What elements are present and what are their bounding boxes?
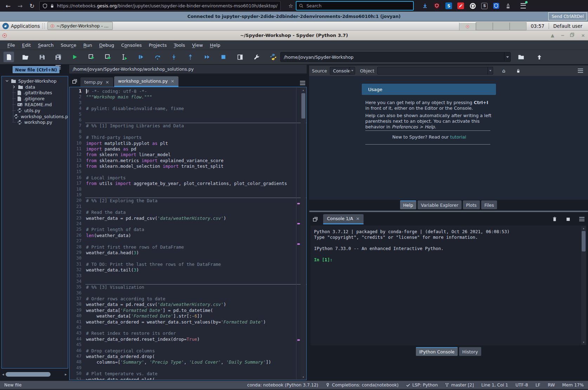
warning-flag[interactable] bbox=[297, 223, 300, 224]
tab-help[interactable]: Help bbox=[400, 200, 417, 209]
workspace-pager[interactable] bbox=[459, 22, 527, 30]
ublock-icon[interactable] bbox=[433, 2, 440, 9]
download-icon[interactable] bbox=[422, 2, 428, 9]
warning-flag[interactable] bbox=[297, 203, 300, 204]
user-menu[interactable]: Default user bbox=[553, 23, 582, 29]
reload-icon[interactable]: ↻ bbox=[27, 2, 37, 9]
scroll-left-icon[interactable]: ◂ bbox=[2, 372, 4, 377]
save-button[interactable] bbox=[37, 52, 47, 62]
tab-plots[interactable]: Plots bbox=[463, 200, 480, 209]
browse-tabs-icon[interactable] bbox=[72, 79, 77, 84]
tree-item-workshop-py[interactable]: workshop.py bbox=[2, 120, 68, 126]
applications-menu[interactable]: Applications bbox=[11, 23, 40, 29]
explorer-horizontal-scrollbar[interactable]: ◂ ▸ bbox=[2, 371, 67, 378]
send-ctrl-alt-del-button[interactable]: Send CtrlAltDel bbox=[548, 12, 587, 20]
sharepoint-icon[interactable]: S bbox=[445, 2, 452, 9]
pane-splitter[interactable] bbox=[309, 211, 588, 212]
run-button[interactable] bbox=[70, 52, 80, 62]
step-return-button[interactable] bbox=[185, 52, 196, 62]
working-directory-combo[interactable]: /home/jovyan/Spyder-Workshop bbox=[280, 52, 511, 62]
chevron-down-icon[interactable] bbox=[5, 79, 9, 83]
scroll-up-icon[interactable]: ▴ bbox=[301, 88, 306, 92]
window-close-icon[interactable]: × bbox=[580, 33, 586, 38]
lock-icon[interactable] bbox=[50, 4, 54, 8]
console-options-icon[interactable] bbox=[579, 219, 584, 219]
menu-debug[interactable]: Debug bbox=[96, 41, 117, 49]
url-bar[interactable]: https://notebooks.gesis.org/binder/jupyt… bbox=[39, 1, 281, 11]
tab-variable-explorer[interactable]: Variable Explorer bbox=[418, 200, 462, 209]
window-maximize-icon[interactable] bbox=[570, 33, 576, 38]
warning-flag[interactable] bbox=[297, 339, 300, 341]
menu-view[interactable]: View bbox=[189, 41, 206, 49]
continue-button[interactable] bbox=[202, 52, 212, 62]
browse-tabs-icon[interactable] bbox=[313, 217, 318, 222]
menu-consoles[interactable]: Consoles bbox=[118, 41, 145, 49]
editor-scrollbar[interactable]: ▴ ▾ bbox=[301, 88, 306, 379]
workspace-cell[interactable] bbox=[510, 22, 527, 30]
menu-search[interactable]: Search bbox=[35, 41, 57, 49]
maximize-pane-button[interactable] bbox=[235, 52, 245, 62]
search-box[interactable] bbox=[296, 1, 414, 11]
menu-source[interactable]: Source bbox=[58, 41, 80, 49]
tutorial-link[interactable]: tutorial bbox=[450, 134, 466, 140]
tree-item-readme-md[interactable]: README.md bbox=[2, 102, 68, 108]
tree-item-workshop-solutions-p[interactable]: workshop_solutions.p bbox=[2, 114, 68, 120]
run-cell-button[interactable] bbox=[86, 52, 97, 62]
preferences-button[interactable] bbox=[251, 52, 262, 62]
scroll-down-icon[interactable]: ▾ bbox=[581, 340, 586, 345]
parent-directory-button[interactable] bbox=[534, 52, 544, 62]
close-icon[interactable]: × bbox=[105, 79, 109, 85]
tree-item--gitattributes[interactable]: .gitattributes bbox=[2, 90, 68, 96]
close-icon[interactable]: × bbox=[171, 78, 175, 84]
scrollbar-thumb[interactable] bbox=[6, 372, 51, 377]
editor-tab-workshop_solutions.py[interactable]: workshop_solutions.py× bbox=[114, 76, 178, 87]
search-input[interactable] bbox=[306, 3, 411, 9]
scrollbar-thumb[interactable] bbox=[301, 93, 305, 119]
window-shade-icon[interactable]: ▲ bbox=[550, 33, 555, 38]
help-options-icon[interactable] bbox=[578, 70, 583, 71]
tracking-shield-icon[interactable] bbox=[43, 4, 47, 8]
editor-options-icon[interactable] bbox=[300, 83, 305, 83]
help-object-combo[interactable] bbox=[377, 67, 493, 75]
stop-button[interactable] bbox=[218, 52, 229, 62]
tree-item-data[interactable]: data bbox=[2, 84, 68, 90]
console-tab[interactable]: Console 1/A× bbox=[323, 214, 364, 224]
step-over-button[interactable] bbox=[152, 52, 163, 62]
tab-history[interactable]: History bbox=[459, 347, 481, 356]
window-minimize-icon[interactable]: − bbox=[560, 33, 566, 38]
run-selection-button[interactable] bbox=[119, 52, 130, 62]
console-prompt[interactable]: In [1]: bbox=[314, 257, 587, 263]
code-editor[interactable]: 1# -*- coding: utf-8 -*-2"""Workshop mai… bbox=[69, 87, 307, 380]
chevron-down-icon[interactable] bbox=[349, 67, 355, 74]
menu-projects[interactable]: Projects bbox=[145, 41, 170, 49]
window-titlebar[interactable]: ~/Spyder-Workshop - Spyder (Python 3.7) … bbox=[0, 31, 588, 40]
lock-icon[interactable] bbox=[516, 69, 521, 73]
editor-tab-temp.py[interactable]: temp.py× bbox=[80, 77, 113, 87]
bookmark-star-icon[interactable]: ☆ bbox=[288, 3, 293, 9]
bitwarden-icon[interactable] bbox=[493, 2, 499, 9]
console-scrollbar[interactable]: ▴ ▾ bbox=[581, 226, 586, 345]
menu-tools[interactable]: Tools bbox=[171, 41, 188, 49]
github-icon[interactable] bbox=[469, 2, 476, 9]
help-source-combo[interactable]: Console bbox=[330, 67, 355, 75]
tree-item-utils-py[interactable]: utils.py bbox=[2, 108, 68, 114]
interrupt-kernel-icon[interactable] bbox=[566, 217, 570, 221]
tab-files[interactable]: Files bbox=[481, 200, 497, 209]
workspace-cell[interactable] bbox=[476, 22, 493, 30]
debug-button[interactable] bbox=[136, 52, 146, 62]
applications-icon[interactable] bbox=[2, 23, 9, 30]
workspace-cell[interactable] bbox=[459, 22, 476, 31]
remove-console-icon[interactable] bbox=[552, 217, 557, 222]
new-file-button[interactable] bbox=[4, 52, 14, 62]
workspace-cell[interactable] bbox=[493, 22, 510, 30]
menu-run[interactable]: Run bbox=[80, 41, 95, 49]
back-icon[interactable]: ← bbox=[4, 2, 13, 9]
run-cell-advance-button[interactable] bbox=[103, 52, 113, 62]
stylus-icon[interactable]: S bbox=[481, 3, 488, 9]
taskbar-window-button[interactable]: ~/Spyder-Workshop - S... bbox=[47, 22, 113, 30]
scroll-right-icon[interactable]: ▸ bbox=[65, 372, 67, 377]
tab-ipython-console[interactable]: IPython Console bbox=[416, 347, 458, 356]
menu-help[interactable]: Help bbox=[207, 41, 224, 49]
step-into-button[interactable] bbox=[169, 52, 179, 62]
monument-icon[interactable] bbox=[505, 2, 511, 9]
